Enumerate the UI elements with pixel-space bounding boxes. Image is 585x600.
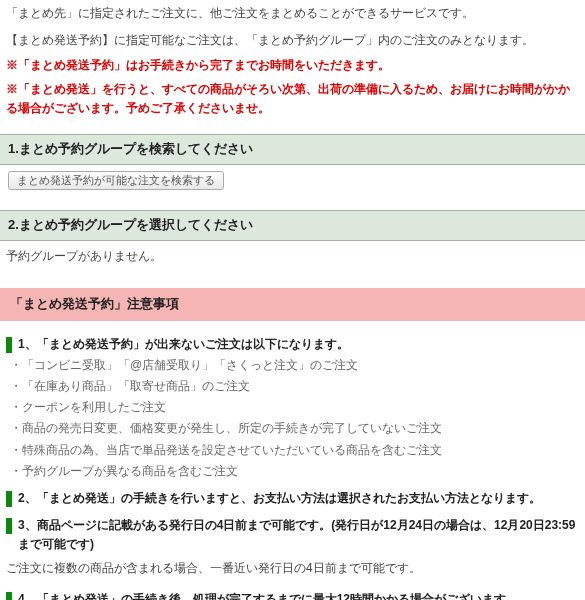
intro-line-1: 「まとめ先」に指定されたご注文に、他ご注文をまとめることができるサービスです。 <box>0 0 585 27</box>
section-2-header: 2.まとめ予約グループを選択してください <box>0 210 585 241</box>
notice-item-3-sub: ご注文に複数の商品が含まれる場合、一番近い発行日の4日前まで可能です。 <box>6 557 579 582</box>
notice-item-1: 1、「まとめ発送予約」が出来ないご注文は以下になります。 <box>6 335 579 354</box>
marker-icon <box>6 337 12 353</box>
notice-item-2-title: 2、「まとめ発送」の手続きを行いますと、お支払い方法は選択されたお支払い方法とな… <box>18 489 579 508</box>
notice-item-4-title: 4、「まとめ発送」の手続き後、処理が完了するまでに最大12時間かかる場合がござい… <box>18 590 579 600</box>
notice-item-3: 3、商品ページに記載がある発行日の4日前まで可能です。(発行日が12月24日の場… <box>6 516 579 554</box>
marker-icon <box>6 518 12 534</box>
notice-header: 「まとめ発送予約」注意事項 <box>0 288 585 321</box>
section-1-header: 1.まとめ予約グループを検索してください <box>0 134 585 165</box>
marker-icon <box>6 491 12 507</box>
notice-item-4: 4、「まとめ発送」の手続き後、処理が完了するまでに最大12時間かかる場合がござい… <box>6 590 579 600</box>
intro-line-2: 【まとめ発送予約】に指定可能なご注文は、「まとめ予約グループ」内のご注文のみとな… <box>0 27 585 54</box>
search-orders-button[interactable]: まとめ発送予約が可能な注文を検索する <box>8 171 224 190</box>
bullet: ・クーポンを利用したご注文 <box>10 398 579 417</box>
bullet: ・「在庫あり商品」「取寄せ商品」のご注文 <box>10 377 579 396</box>
notice-item-1-bullets: ・「コンビニ受取」「@店舗受取り」「さくっと注文」のご注文 ・「在庫あり商品」「… <box>6 356 579 481</box>
warning-1: ※「まとめ発送予約」はお手続きから完了までお時間をいただきます。 <box>0 54 585 77</box>
notice-item-3-title: 3、商品ページに記載がある発行日の4日前まで可能です。(発行日が12月24日の場… <box>18 516 579 554</box>
marker-icon <box>6 592 12 600</box>
bullet: ・特殊商品の為、当店で単品発送を設定させていただいている商品を含むご注文 <box>10 441 579 460</box>
bullet: ・「コンビニ受取」「@店舗受取り」「さくっと注文」のご注文 <box>10 356 579 375</box>
bullet: ・商品の発売日変更、価格変更が発生し、所定の手続きが完了していないご注文 <box>10 419 579 438</box>
no-group-message: 予約グループがありません。 <box>0 241 585 268</box>
notice-item-2: 2、「まとめ発送」の手続きを行いますと、お支払い方法は選択されたお支払い方法とな… <box>6 489 579 508</box>
bullet: ・予約グループが異なる商品を含むご注文 <box>10 462 579 481</box>
warning-2: ※「まとめ発送」を行うと、すべての商品がそろい次第、出荷の準備に入るため、お届け… <box>0 78 585 120</box>
notice-item-1-title: 1、「まとめ発送予約」が出来ないご注文は以下になります。 <box>18 335 579 354</box>
